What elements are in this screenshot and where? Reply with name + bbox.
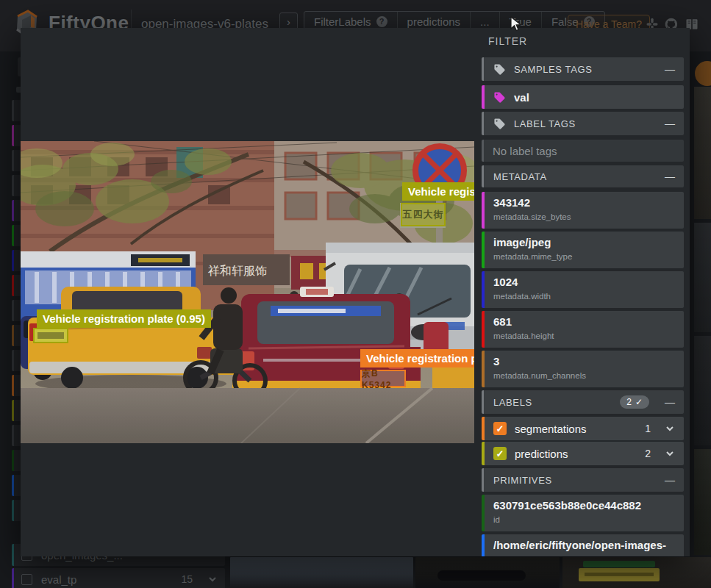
section-labels[interactable]: LABELS 2 ✓ — bbox=[482, 390, 684, 414]
collapse-button[interactable]: — bbox=[665, 396, 675, 408]
section-label-tags[interactable]: LABEL TAGS — bbox=[482, 112, 684, 135]
primitive-filepath[interactable]: /home/eric/fiftyone/open-images- bbox=[482, 534, 684, 556]
mouse-cursor bbox=[510, 16, 522, 32]
metadata-num-channels[interactable]: 3 metadata.num_channels bbox=[482, 351, 684, 387]
metadata-height[interactable]: 681 metadata.height bbox=[482, 311, 684, 348]
filter-sidebar: FILTER SAMPLES TAGS — val LABEL TAGS — N… bbox=[482, 28, 684, 556]
label-field-predictions[interactable]: ✓ predictions 2 bbox=[482, 442, 684, 465]
section-samples-tags[interactable]: SAMPLES TAGS — bbox=[482, 57, 684, 81]
sample-modal: 祥和轩服饰 bbox=[21, 28, 690, 556]
collapse-button[interactable]: — bbox=[665, 118, 675, 129]
checkbox-checked[interactable]: ✓ bbox=[493, 447, 507, 460]
detection-label[interactable]: Vehicle registration plate (0.95) bbox=[37, 309, 211, 328]
tag-row-val[interactable]: val bbox=[482, 85, 684, 109]
metadata-mime-type[interactable]: image/jpeg metadata.mime_type bbox=[482, 232, 684, 268]
section-primitives[interactable]: PRIMITIVES — bbox=[482, 468, 684, 492]
detection-label[interactable]: Vehicle registration plate bbox=[402, 182, 474, 201]
chevron-down-icon[interactable] bbox=[665, 448, 675, 459]
collapse-button[interactable]: — bbox=[665, 63, 675, 75]
tag-icon bbox=[493, 63, 506, 76]
check-icon: ✓ bbox=[635, 397, 643, 407]
label-field-segmentations[interactable]: ✓ segmentations 1 bbox=[482, 417, 684, 440]
license-plate-text: 京B K5342 bbox=[362, 371, 404, 386]
sidebar-title: FILTER bbox=[488, 35, 527, 47]
tag-icon bbox=[493, 118, 506, 130]
metadata-width[interactable]: 1024 metadata.width bbox=[482, 271, 684, 308]
tag-icon bbox=[493, 91, 506, 104]
detection-label[interactable]: Vehicle registration plate bbox=[360, 349, 474, 368]
fiftyone-app: FiftyOne open-images-v6-plates › FilterL… bbox=[0, 0, 711, 588]
no-label-tags-row: No label tags bbox=[482, 140, 684, 162]
collapse-button[interactable]: — bbox=[665, 474, 675, 486]
detection-box[interactable]: 京B K5342 bbox=[360, 370, 406, 387]
metadata-size-bytes[interactable]: 343142 metadata.size_bytes bbox=[482, 192, 684, 229]
detection-box[interactable]: 五四大街 bbox=[401, 203, 446, 226]
primitive-id[interactable]: 630791ce563b88e0ce44c882 id bbox=[482, 495, 684, 531]
labels-visible-badge[interactable]: 2 ✓ bbox=[620, 395, 649, 409]
sample-image[interactable]: 祥和轩服饰 bbox=[21, 141, 474, 443]
collapse-button[interactable]: — bbox=[665, 171, 675, 182]
section-metadata[interactable]: METADATA — bbox=[482, 165, 684, 187]
checkbox-checked[interactable]: ✓ bbox=[493, 422, 507, 435]
detection-box[interactable] bbox=[33, 328, 68, 343]
chevron-down-icon[interactable] bbox=[665, 423, 675, 434]
street-sign-text: 五四大街 bbox=[402, 204, 444, 225]
